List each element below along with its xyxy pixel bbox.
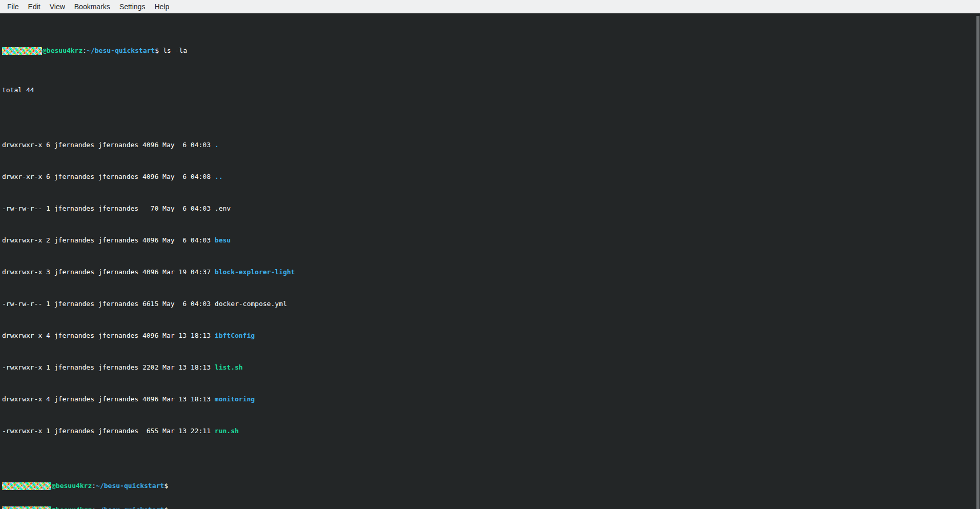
- command-ls: ls -la: [159, 47, 187, 54]
- ls-row-filename: block-explorer-light: [215, 268, 295, 276]
- ls-row-filename: besu: [215, 236, 231, 244]
- prompt-dollar: $: [164, 506, 168, 509]
- ls-row-details: drwxrwxr-x 4 jfernandes jfernandes 4096 …: [2, 395, 215, 403]
- ls-row-filename: docker-compose.yml: [215, 300, 287, 308]
- ls-row-filename: ..: [215, 173, 223, 180]
- menu-item[interactable]: View: [45, 0, 70, 13]
- ls-row: drwxrwxr-x 6 jfernandes jfernandes 4096 …: [2, 140, 980, 149]
- prompt-host: @besuu4krz: [43, 47, 83, 54]
- prompt-host: @besuu4krz: [52, 482, 92, 490]
- ls-row: drwxr-xr-x 6 jfernandes jfernandes 4096 …: [2, 172, 980, 181]
- konsole-window: File Edit View Bookmarks Settings Help @…: [0, 0, 980, 509]
- ls-row-details: -rwxrwxr-x 1 jfernandes jfernandes 2202 …: [2, 363, 215, 371]
- redacted-username: [2, 506, 51, 509]
- ls-row: -rw-rw-r-- 1 jfernandes jfernandes 70 Ma…: [2, 204, 980, 213]
- prompt-path: ~/besu-quickstart: [87, 47, 155, 54]
- prompt-colon: :: [92, 506, 96, 509]
- ls-row-filename: .env: [215, 205, 231, 212]
- redacted-username: [2, 482, 51, 490]
- prompt-host: @besuu4krz: [52, 506, 92, 509]
- menu-item[interactable]: Bookmarks: [70, 0, 115, 13]
- menu-item[interactable]: Settings: [115, 0, 150, 13]
- ls-output: drwxrwxr-x 6 jfernandes jfernandes 4096 …: [2, 110, 980, 451]
- ls-row-filename: ibftConfig: [215, 332, 255, 339]
- ls-row: drwxrwxr-x 4 jfernandes jfernandes 4096 …: [2, 331, 980, 340]
- ls-row: -rw-rw-r-- 1 jfernandes jfernandes 6615 …: [2, 299, 980, 308]
- terminal-prompt-line: @besuu4krz:~/besu-quickstart$: [2, 481, 980, 490]
- ls-row-filename: .: [215, 141, 219, 149]
- ls-row: -rwxrwxr-x 1 jfernandes jfernandes 2202 …: [2, 363, 980, 372]
- menu-item[interactable]: Help: [150, 0, 174, 13]
- ls-row-details: drwxrwxr-x 4 jfernandes jfernandes 4096 …: [2, 332, 215, 339]
- ls-row-filename: list.sh: [215, 363, 243, 371]
- ls-row-details: drwxrwxr-x 2 jfernandes jfernandes 4096 …: [2, 236, 215, 244]
- ls-row-details: drwxrwxr-x 6 jfernandes jfernandes 4096 …: [2, 141, 215, 149]
- redacted-username: [2, 47, 42, 55]
- ls-row-filename: run.sh: [215, 427, 239, 435]
- terminal-prompt-line: @besuu4krz:~/besu-quickstart$: [2, 505, 980, 509]
- ls-row: -rwxrwxr-x 1 jfernandes jfernandes 655 M…: [2, 426, 980, 435]
- terminal-prompt-line: @besuu4krz:~/besu-quickstart$ls -la: [2, 46, 980, 55]
- ls-row-details: -rw-rw-r-- 1 jfernandes jfernandes 6615 …: [2, 300, 215, 308]
- prompt-dollar: $: [155, 47, 159, 54]
- prompt-path: ~/besu-quickstart: [96, 482, 164, 490]
- ls-row-details: drwxr-xr-x 6 jfernandes jfernandes 4096 …: [2, 173, 215, 180]
- ls-row: drwxrwxr-x 3 jfernandes jfernandes 4096 …: [2, 268, 980, 276]
- prompt-colon: :: [83, 47, 87, 54]
- prompt-dollar: $: [164, 482, 168, 490]
- menu-bar: File Edit View Bookmarks Settings Help: [0, 0, 980, 13]
- ls-row: drwxrwxr-x 2 jfernandes jfernandes 4096 …: [2, 236, 980, 245]
- menu-item[interactable]: File: [3, 0, 24, 13]
- terminal-scrollbar[interactable]: [976, 13, 980, 509]
- prompt-colon: :: [92, 482, 96, 490]
- ls-row-details: drwxrwxr-x 3 jfernandes jfernandes 4096 …: [2, 268, 215, 276]
- ls-row-details: -rw-rw-r-- 1 jfernandes jfernandes 70 Ma…: [2, 205, 215, 212]
- ls-row-details: -rwxrwxr-x 1 jfernandes jfernandes 655 M…: [2, 427, 215, 435]
- scrollbar-thumb[interactable]: [976, 16, 979, 509]
- ls-row: drwxrwxr-x 4 jfernandes jfernandes 4096 …: [2, 395, 980, 403]
- terminal-viewport[interactable]: @besuu4krz:~/besu-quickstart$ls -la tota…: [0, 13, 980, 509]
- menu-item[interactable]: Edit: [24, 0, 45, 13]
- prompt-path: ~/besu-quickstart: [96, 506, 164, 509]
- ls-total-line: total 44: [2, 86, 980, 94]
- ls-row-filename: monitoring: [215, 395, 255, 403]
